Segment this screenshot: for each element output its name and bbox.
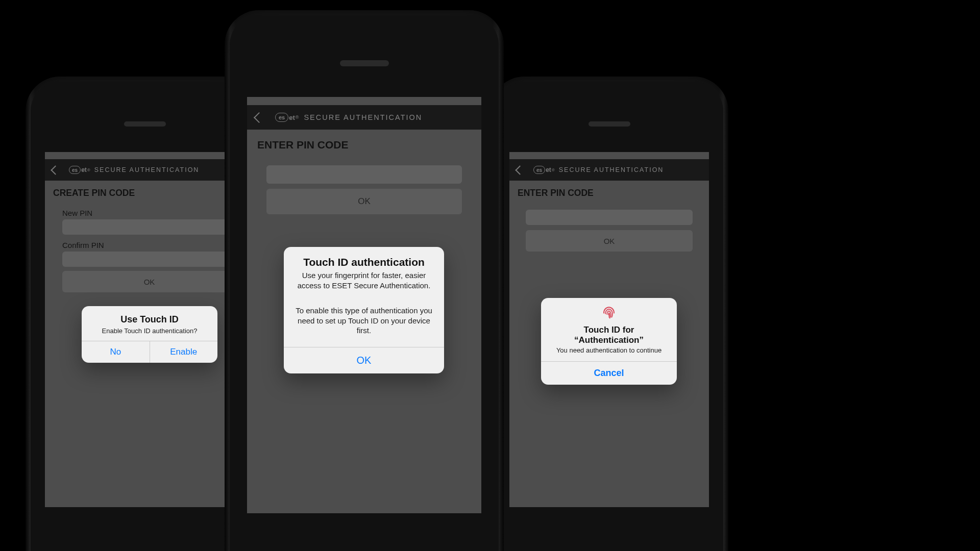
back-icon[interactable] (515, 165, 524, 174)
touch-id-prompt-alert: Touch ID for “Authentication” You need a… (541, 298, 677, 385)
enable-button[interactable]: Enable (150, 341, 218, 363)
eset-logo-text: et (289, 114, 295, 121)
eset-badge: es (69, 166, 81, 174)
phone-center-screen: es et ® SECURE AUTHENTICATION ENTER PIN … (247, 97, 481, 513)
phone-right-screen: es et ® SECURE AUTHENTICATION ENTER PIN … (509, 152, 709, 507)
alert-title: Touch ID for “Authentication” (548, 325, 670, 345)
ok-button[interactable]: OK (526, 230, 693, 252)
phone-left-screen: es et ® SECURE AUTHENTICATION CREATE PIN… (45, 152, 244, 507)
page-title: ENTER PIN CODE (257, 139, 471, 151)
ok-button-label: OK (604, 237, 615, 245)
registered-icon: ® (552, 168, 555, 172)
phone-center: es et ® SECURE AUTHENTICATION ENTER PIN … (225, 10, 504, 551)
eset-logo: es et ® (533, 166, 555, 174)
cancel-button[interactable]: Cancel (541, 362, 677, 385)
fingerprint-icon (548, 304, 670, 322)
no-button-label: No (110, 347, 121, 357)
page-title: CREATE PIN CODE (53, 188, 236, 198)
eset-logo-text: et (546, 166, 551, 173)
registered-icon: ® (296, 115, 299, 120)
ok-button[interactable]: OK (62, 271, 236, 292)
phone-right: es et ® SECURE AUTHENTICATION ENTER PIN … (490, 77, 728, 551)
back-icon[interactable] (51, 165, 60, 174)
new-pin-label: New PIN (62, 209, 236, 217)
speaker-icon (340, 60, 389, 66)
pin-input[interactable] (526, 210, 693, 225)
alert-message: You need authentication to continue (548, 346, 670, 354)
confirm-pin-input[interactable] (62, 252, 236, 267)
speaker-icon (124, 121, 166, 127)
eset-logo-text: et (81, 166, 87, 173)
enable-button-label: Enable (170, 347, 197, 357)
stage: es et ® SECURE AUTHENTICATION CREATE PIN… (0, 0, 980, 551)
alert-message-2: To enable this type of authentication yo… (295, 306, 433, 336)
confirm-pin-label: Confirm PIN (62, 241, 236, 249)
ok-button-label: OK (144, 278, 155, 286)
status-bar (509, 152, 709, 159)
status-bar (247, 97, 481, 105)
nav-bar: es et ® SECURE AUTHENTICATION (247, 105, 481, 130)
alert-title: Touch ID authentication (295, 256, 433, 268)
touch-id-auth-alert: Touch ID authentication Use your fingerp… (284, 247, 444, 373)
nav-bar: es et ® SECURE AUTHENTICATION (509, 159, 709, 181)
alert-ok-button-label: OK (357, 355, 372, 366)
page-title: ENTER PIN CODE (518, 188, 701, 198)
navbar-title: SECURE AUTHENTICATION (94, 166, 200, 173)
cancel-button-label: Cancel (594, 368, 624, 378)
nav-bar: es et ® SECURE AUTHENTICATION (45, 159, 244, 181)
navbar-title: SECURE AUTHENTICATION (304, 113, 422, 121)
eset-badge: es (275, 113, 288, 122)
status-bar (45, 152, 244, 159)
registered-icon: ® (87, 168, 90, 172)
use-touch-id-alert: Use Touch ID Enable Touch ID authenticat… (82, 306, 217, 363)
alert-message: Enable Touch ID authentication? (90, 327, 209, 335)
ok-button[interactable]: OK (266, 189, 462, 214)
eset-logo: es et ® (275, 113, 299, 122)
alert-message-1: Use your fingerprint for faster, easier … (295, 270, 433, 290)
alert-title: Use Touch ID (90, 314, 209, 325)
no-button[interactable]: No (82, 341, 150, 363)
alert-ok-button[interactable]: OK (284, 347, 444, 373)
back-icon[interactable] (254, 112, 264, 122)
eset-logo: es et ® (69, 166, 90, 174)
speaker-icon (589, 121, 630, 127)
pin-input[interactable] (266, 165, 462, 184)
new-pin-input[interactable] (62, 219, 236, 235)
ok-button-label: OK (358, 196, 371, 207)
navbar-title: SECURE AUTHENTICATION (559, 166, 664, 173)
eset-badge: es (533, 166, 545, 174)
